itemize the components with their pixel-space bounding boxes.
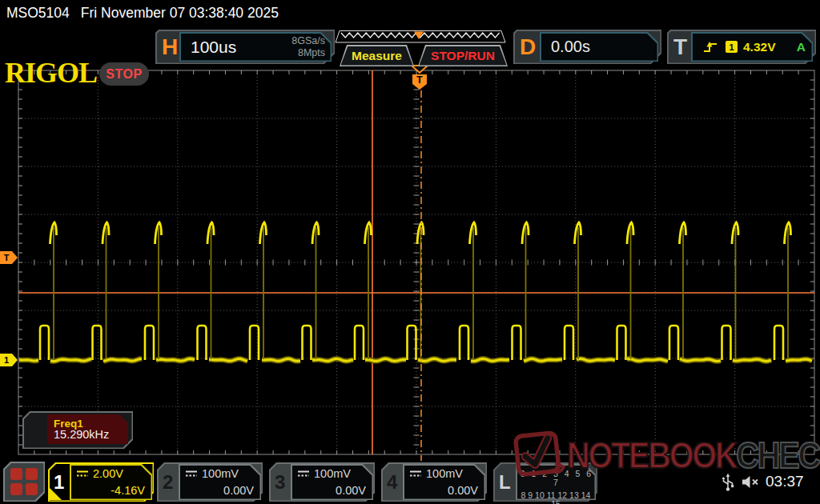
brand-logo: RIGOL bbox=[5, 56, 97, 90]
timebase-value: 100us bbox=[191, 32, 236, 62]
digital-row-1: 0 1 2 3 4 5 6 7 bbox=[516, 470, 596, 486]
header-bar: RIGOL STOP H 100us 8GSa/s 8Mpts Measure bbox=[0, 26, 820, 68]
trigger-source-badge: 1 bbox=[726, 41, 738, 53]
sample-rate: 8GSa/s bbox=[291, 35, 325, 47]
trigger-mode: A bbox=[797, 40, 806, 54]
timebase-panel: 100us 8GSa/s 8Mpts bbox=[179, 32, 332, 62]
channel-4-button[interactable]: 4 100mV 0.00V bbox=[381, 462, 487, 502]
channel-2-button[interactable]: 2 100mV 0.00V bbox=[157, 462, 263, 502]
menu-button[interactable] bbox=[3, 462, 45, 502]
measurement-panel: Freq1 15.290kHz bbox=[47, 414, 128, 444]
stop-run-label: STOP/RUN bbox=[418, 45, 508, 66]
measurement-box[interactable]: Freq1 15.290kHz bbox=[22, 411, 133, 449]
run-state-badge: STOP bbox=[99, 62, 149, 86]
usb-icon bbox=[722, 473, 734, 492]
horizontal-offset-button[interactable]: D 0.00s bbox=[513, 30, 661, 64]
trigger-panel: 1 4.32V A bbox=[691, 32, 813, 62]
channel-4-scale: 100mV bbox=[426, 467, 463, 480]
trigger-button[interactable]: T 1 4.32V A bbox=[667, 30, 816, 64]
measure-button[interactable]: Measure bbox=[340, 45, 414, 66]
channel-2-offset: 0.00V bbox=[223, 484, 254, 497]
svg-text:1: 1 bbox=[4, 355, 9, 365]
channel-4-offset: 0.00V bbox=[448, 484, 478, 497]
menu-grid-icon bbox=[3, 462, 45, 502]
oscilloscope-screen: { "topbar": { "model": "MSO5104", "datet… bbox=[0, 0, 820, 504]
channel-2-number: 2 bbox=[163, 462, 173, 502]
channel-3-scale: 100mV bbox=[314, 467, 351, 480]
memory-depth: 8Mpts bbox=[291, 47, 325, 59]
svg-text:T: T bbox=[4, 253, 10, 262]
channel-2-scale: 100mV bbox=[202, 467, 239, 480]
measurement-value: 15.290kHz bbox=[54, 428, 109, 441]
channel-3-number: 3 bbox=[275, 462, 285, 502]
channel-1-offset: -4.16V bbox=[111, 484, 145, 497]
digital-channels-button[interactable]: L 0 1 2 3 4 5 6 7 8 9 10 11 12 13 14 15 bbox=[493, 462, 597, 502]
trigger-level-value: 4.32V bbox=[743, 40, 776, 54]
horizontal-offset-value: 0.00s bbox=[551, 32, 590, 62]
d-label: D bbox=[520, 30, 536, 64]
channel-3-panel: 100mV 0.00V bbox=[291, 464, 373, 500]
channel-4-panel: 100mV 0.00V bbox=[403, 464, 485, 500]
svg-text:T: T bbox=[416, 74, 423, 86]
stop-run-button[interactable]: STOP/RUN bbox=[418, 45, 508, 66]
dc-coupling-icon bbox=[297, 470, 310, 478]
channel-1-ground-marker[interactable]: 1 bbox=[0, 354, 18, 366]
dc-coupling-icon bbox=[76, 470, 89, 478]
channel-2-panel: 100mV 0.00V bbox=[179, 464, 261, 500]
speaker-muted-icon bbox=[742, 475, 761, 489]
trigger-level-marker[interactable]: T bbox=[0, 251, 18, 264]
dc-coupling-icon bbox=[409, 470, 422, 478]
measure-label: Measure bbox=[340, 45, 414, 66]
bottom-bar: 1 2.00V -4.16V 2 bbox=[0, 456, 820, 504]
channel-1-panel: 2.00V -4.16V bbox=[70, 464, 152, 500]
channel-3-button[interactable]: 3 100mV 0.00V bbox=[269, 462, 375, 502]
t-label: T bbox=[673, 30, 687, 64]
offset-panel: 0.00s bbox=[540, 32, 658, 62]
timebase-button[interactable]: H 100us 8GSa/s 8Mpts bbox=[155, 30, 335, 64]
h-label: H bbox=[162, 30, 178, 64]
memory-position-bar[interactable] bbox=[335, 30, 506, 44]
digital-panel: 0 1 2 3 4 5 6 7 8 9 10 11 12 13 14 15 bbox=[516, 464, 596, 500]
channel-1-button[interactable]: 1 2.00V -4.16V bbox=[48, 462, 154, 502]
channel-4-number: 4 bbox=[387, 462, 397, 502]
channel-1-number: 1 bbox=[54, 462, 64, 502]
trigger-position-marker[interactable]: T bbox=[412, 66, 428, 461]
rising-edge-icon bbox=[702, 40, 718, 54]
digital-label: L bbox=[499, 462, 511, 502]
channel-3-offset: 0.00V bbox=[336, 484, 366, 497]
channel-1-scale: 2.00V bbox=[93, 467, 123, 480]
dc-coupling-icon bbox=[185, 470, 198, 478]
digital-row-2: 8 9 10 11 12 13 14 15 bbox=[516, 491, 596, 504]
